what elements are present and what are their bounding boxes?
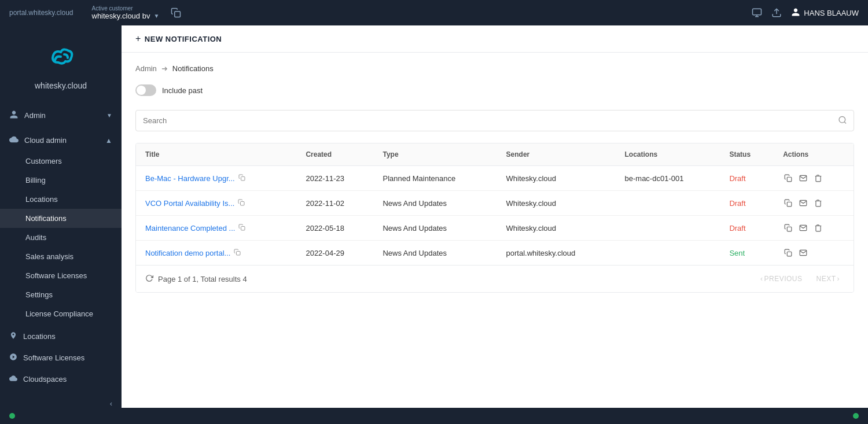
person-icon xyxy=(9,110,19,121)
search-input[interactable] xyxy=(135,110,854,131)
sidebar-cloud-admin-label: Cloud admin xyxy=(24,136,67,145)
copy-action-icon[interactable] xyxy=(783,198,793,208)
cell-actions xyxy=(774,166,854,191)
next-button[interactable]: NEXT › xyxy=(811,272,844,285)
action-icons xyxy=(783,173,844,183)
cell-title: Maintenance Completed ... xyxy=(136,216,296,241)
sidebar-license-compliance-label: License Compliance xyxy=(25,309,93,318)
copy-button[interactable] xyxy=(168,5,183,20)
table-row: VCO Portal Availability Is... 2022-11-02… xyxy=(136,191,854,216)
sidebar-item-audits[interactable]: Audits xyxy=(0,228,122,247)
svg-rect-0 xyxy=(175,12,181,17)
sidebar-item-software-licenses-global[interactable]: Software Licenses xyxy=(0,347,122,368)
copy-action-icon[interactable] xyxy=(783,223,793,233)
copy-title-icon[interactable] xyxy=(234,249,241,257)
svg-rect-1 xyxy=(753,9,762,15)
table: Title Created Type Sender Locations Stat… xyxy=(136,143,854,265)
sidebar-item-cloud-admin[interactable]: Cloud admin ▲ xyxy=(0,129,122,152)
sidebar-item-notifications[interactable]: Notifications xyxy=(0,209,122,228)
col-locations: Locations xyxy=(616,143,720,166)
email-action-icon[interactable] xyxy=(798,223,808,233)
sidebar-item-billing[interactable]: Billing xyxy=(0,171,122,190)
cell-sender: portal.whitesky.cloud xyxy=(497,241,616,266)
cell-type: News And Updates xyxy=(373,191,496,216)
active-customer-label: Active customer xyxy=(92,5,160,12)
sidebar-item-license-compliance[interactable]: License Compliance xyxy=(0,304,122,323)
email-action-icon[interactable] xyxy=(798,248,808,258)
user-name: HANS BLAAUW xyxy=(804,9,859,17)
svg-line-7 xyxy=(844,121,846,123)
svg-point-6 xyxy=(839,116,845,123)
brand-logo-icon xyxy=(42,39,79,76)
col-sender: Sender xyxy=(497,143,616,166)
customer-dropdown[interactable]: whitesky.cloud bv ▼ xyxy=(92,12,160,20)
toggle-knob xyxy=(137,86,146,95)
status-indicator-right xyxy=(853,413,859,419)
email-action-icon[interactable] xyxy=(798,173,808,183)
topbar-logo: portal.whitesky.cloud xyxy=(9,9,73,17)
statusbar xyxy=(0,408,868,424)
chevron-up-icon: ▲ xyxy=(105,137,112,145)
svg-rect-10 xyxy=(241,201,245,205)
cell-status: Sent xyxy=(720,241,774,266)
search-container xyxy=(135,110,854,131)
delete-action-icon[interactable] xyxy=(813,223,823,233)
user-menu[interactable]: HANS BLAAUW xyxy=(791,8,859,19)
table-row: Be-Mac - Hardware Upgr... 2022-11-23 Pla… xyxy=(136,166,854,191)
sidebar-nav: Admin ▼ Cloud admin ▲ xyxy=(0,99,122,394)
sidebar-admin-label: Admin xyxy=(24,111,46,120)
chevron-right-icon: › xyxy=(837,275,840,283)
customer-name: whitesky.cloud bv xyxy=(92,12,150,20)
topbar: portal.whitesky.cloud Active customer wh… xyxy=(0,0,868,25)
content-body: Admin ➜ Notifications Include past xyxy=(122,53,868,408)
plus-icon: + xyxy=(135,34,141,44)
sidebar-item-cloudspaces[interactable]: Cloudspaces xyxy=(0,368,122,390)
sidebar-collapse-button[interactable]: ‹ xyxy=(0,394,122,408)
copy-action-icon[interactable] xyxy=(783,173,793,183)
breadcrumb: Admin ➜ Notifications xyxy=(135,64,854,73)
sidebar-locations-global-label: Locations xyxy=(23,332,56,341)
include-past-toggle[interactable] xyxy=(135,84,156,96)
col-actions: Actions xyxy=(774,143,854,166)
cell-sender: Whitesky.cloud xyxy=(497,216,616,241)
notification-link[interactable]: VCO Portal Availability Is... xyxy=(145,199,234,208)
active-customer-selector[interactable]: Active customer whitesky.cloud bv ▼ xyxy=(92,5,160,20)
status-badge: Sent xyxy=(729,249,745,257)
notification-link[interactable]: Notification demo portal... xyxy=(145,249,230,257)
status-badge: Draft xyxy=(729,174,745,183)
refresh-icon[interactable] xyxy=(145,274,153,284)
content-area: + NEW NOTIFICATION Admin ➜ Notifications… xyxy=(122,25,868,408)
cell-type: Planned Maintenance xyxy=(373,166,496,191)
sidebar-locations-label: Locations xyxy=(25,195,58,204)
copy-action-icon[interactable] xyxy=(783,248,793,258)
table-row: Notification demo portal... 2022-04-29 N… xyxy=(136,241,854,266)
notification-link[interactable]: Be-Mac - Hardware Upgr... xyxy=(145,174,235,183)
delete-action-icon[interactable] xyxy=(813,198,823,208)
previous-button[interactable]: ‹ PREVIOUS xyxy=(756,272,807,285)
new-notification-label: NEW NOTIFICATION xyxy=(145,35,222,43)
email-action-icon[interactable] xyxy=(798,198,808,208)
sidebar-item-settings[interactable]: Settings xyxy=(0,285,122,304)
copy-title-icon[interactable] xyxy=(238,199,245,208)
include-past-label: Include past xyxy=(162,86,203,95)
copy-title-icon[interactable] xyxy=(238,174,245,183)
upload-icon[interactable] xyxy=(771,8,782,18)
monitor-icon[interactable] xyxy=(752,8,762,18)
sidebar-item-admin[interactable]: Admin ▼ xyxy=(0,104,122,127)
svg-rect-11 xyxy=(787,202,792,207)
sidebar-item-software-licenses[interactable]: Software Licenses xyxy=(0,266,122,285)
copy-title-icon[interactable] xyxy=(238,224,245,233)
chevron-left-icon: ‹ xyxy=(110,399,112,408)
table-row: Maintenance Completed ... 2022-05-18 New… xyxy=(136,216,854,241)
sidebar-item-locations[interactable]: Locations xyxy=(0,190,122,209)
sidebar-item-locations-global[interactable]: Locations xyxy=(0,326,122,347)
delete-action-icon[interactable] xyxy=(813,173,823,183)
sidebar-cloudspaces-label: Cloudspaces xyxy=(23,375,67,384)
sidebar-item-sales-analysis[interactable]: Sales analysis xyxy=(0,247,122,266)
notification-link[interactable]: Maintenance Completed ... xyxy=(145,224,235,233)
new-notification-button[interactable]: + NEW NOTIFICATION xyxy=(135,34,222,44)
sidebar-item-customers[interactable]: Customers xyxy=(0,152,122,171)
cell-title: Be-Mac - Hardware Upgr... xyxy=(136,166,296,191)
cell-locations xyxy=(616,216,720,241)
cell-created: 2022-05-18 xyxy=(296,216,373,241)
